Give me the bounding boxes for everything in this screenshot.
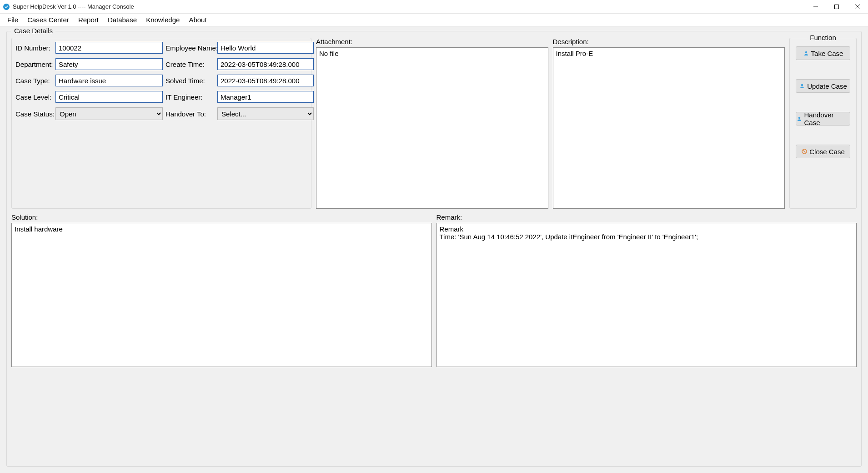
content-area: Case Details ID Number: Employee Name: D… <box>0 26 868 473</box>
function-title: Function <box>807 34 839 41</box>
titlebar: Super HelpDesk Ver 1.0 ---- Manager Cons… <box>0 0 868 14</box>
take-case-button[interactable]: Take Case <box>796 46 850 60</box>
select-handover-to[interactable]: Select... <box>217 107 314 120</box>
label-handover-to: Handover To: <box>166 110 215 118</box>
handover-case-label: Handover Case <box>804 111 850 126</box>
menu-about[interactable]: About <box>184 15 211 25</box>
attachment-box[interactable]: No file <box>316 47 548 209</box>
update-case-label: Update Case <box>807 82 847 90</box>
menu-database[interactable]: Database <box>103 15 141 25</box>
label-solved-time: Solved Time: <box>166 77 215 85</box>
svg-point-7 <box>798 117 800 119</box>
close-button[interactable] <box>847 0 868 14</box>
menubar: File Cases Center Report Database Knowle… <box>0 14 868 26</box>
svg-point-6 <box>801 84 803 86</box>
close-case-button[interactable]: Close Case <box>796 145 850 158</box>
update-case-button[interactable]: Update Case <box>796 79 850 93</box>
attachment-column: Attachment: No file <box>316 38 548 209</box>
select-case-status[interactable]: Open <box>55 107 163 120</box>
label-id-number: ID Number: <box>15 44 53 52</box>
menu-file[interactable]: File <box>3 15 23 25</box>
solution-column: Solution: <box>11 213 432 367</box>
label-department: Department: <box>15 60 53 68</box>
input-id-number[interactable] <box>55 42 163 54</box>
window-title: Super HelpDesk Ver 1.0 ---- Manager Cons… <box>13 3 134 10</box>
svg-point-5 <box>805 51 807 53</box>
menu-report[interactable]: Report <box>74 15 103 25</box>
input-case-level[interactable] <box>55 91 163 103</box>
label-create-time: Create Time: <box>166 60 215 68</box>
close-case-label: Close Case <box>809 148 845 156</box>
description-box[interactable] <box>553 47 785 209</box>
input-create-time[interactable] <box>217 58 314 70</box>
menu-cases-center[interactable]: Cases Center <box>23 15 74 25</box>
case-details-group: Case Details ID Number: Employee Name: D… <box>6 31 862 467</box>
take-case-label: Take Case <box>811 50 843 57</box>
solution-box[interactable] <box>11 223 432 367</box>
input-solved-time[interactable] <box>217 75 314 86</box>
label-case-type: Case Type: <box>15 77 53 85</box>
input-department[interactable] <box>55 58 163 70</box>
label-remark: Remark: <box>437 213 857 221</box>
input-case-type[interactable] <box>55 75 163 86</box>
svg-line-9 <box>803 151 806 153</box>
label-employee-name: Employee Name: <box>166 44 215 52</box>
label-case-level: Case Level: <box>15 93 53 101</box>
app-icon <box>3 3 10 10</box>
user-icon <box>796 116 803 122</box>
user-icon <box>803 50 809 56</box>
user-icon <box>799 83 805 89</box>
label-attachment: Attachment: <box>316 38 548 45</box>
menu-knowledge[interactable]: Knowledge <box>141 15 184 25</box>
maximize-button[interactable] <box>826 0 847 14</box>
form-column: ID Number: Employee Name: Department: Cr… <box>11 38 311 209</box>
close-icon <box>801 148 808 155</box>
label-it-engineer: IT Engineer: <box>166 93 215 101</box>
label-case-status: Case Status: <box>15 110 53 118</box>
minimize-button[interactable] <box>805 0 826 14</box>
label-description: Description: <box>553 38 785 45</box>
input-employee-name[interactable] <box>217 42 314 54</box>
svg-rect-2 <box>835 5 839 9</box>
handover-case-button[interactable]: Handover Case <box>796 112 850 126</box>
input-it-engineer[interactable] <box>217 91 314 103</box>
remark-column: Remark: <box>437 213 857 367</box>
attachment-value: No file <box>319 50 339 57</box>
remark-box[interactable] <box>437 223 857 367</box>
function-column: Function Take Case Update Case Handover … <box>789 38 857 209</box>
label-solution: Solution: <box>11 213 432 221</box>
description-column: Description: <box>553 38 785 209</box>
function-group: Function Take Case Update Case Handover … <box>789 38 857 209</box>
case-details-title: Case Details <box>11 27 55 35</box>
